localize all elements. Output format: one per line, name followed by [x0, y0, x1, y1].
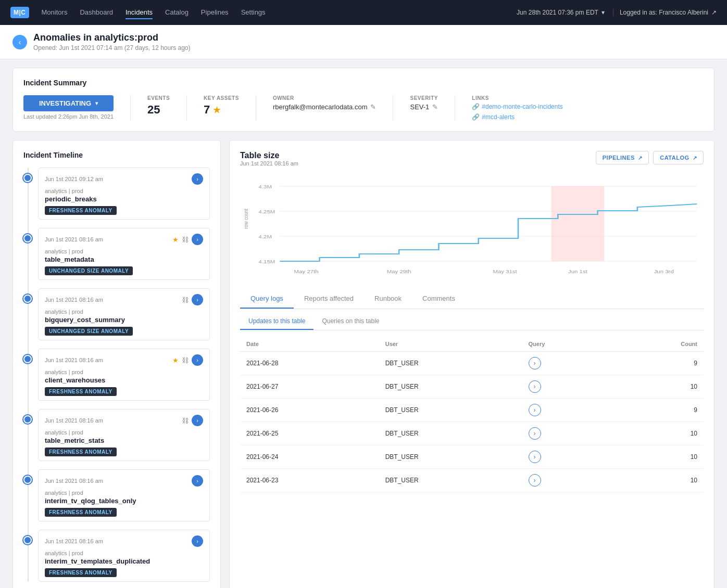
link-item-1[interactable]: 🔗 #mcd-alerts	[472, 113, 562, 121]
catalog-button[interactable]: CATALOG ↗	[653, 151, 704, 164]
severity-value: SEV-1 ✎	[410, 103, 438, 111]
anomaly-badge: FRESHNESS ANOMALY	[45, 508, 117, 517]
link-item-0[interactable]: 🔗 #demo-monte-carlo-incidents	[472, 103, 562, 110]
summary-row: INVESTIGATING ▾ Last updated 2:26pm Jun …	[23, 95, 704, 121]
timeline-time: Jun 1st 2021 08:16 am	[45, 478, 103, 484]
cell-user: DBT_USER	[379, 422, 522, 445]
star-icon: ★	[213, 105, 220, 115]
cell-date: 2021-06-23	[240, 469, 379, 492]
back-button[interactable]: ‹	[12, 35, 27, 49]
timeline-card: Incident Timeline Jun 1st 2021 09:12 am …	[12, 140, 221, 588]
timeline-table: periodic_breaks	[45, 195, 203, 203]
timeline-dot	[23, 476, 32, 484]
timeline-item-content: Jun 1st 2021 08:16 am ⛓ › analytics | pr…	[38, 409, 210, 461]
cell-user: DBT_USER	[379, 445, 522, 469]
timeline-dot	[23, 295, 32, 303]
cell-date: 2021-06-27	[240, 375, 379, 399]
timeline-table: table_metric_stats	[45, 437, 203, 444]
page-header: ‹ Anomalies in analytics:prod Opened: Ju…	[0, 25, 727, 59]
subtab-updates[interactable]: Updates to this table	[240, 313, 314, 330]
anomaly-badge: UNCHANGED SIZE ANOMALY	[45, 327, 133, 336]
svg-text:May 27th: May 27th	[294, 269, 319, 274]
right-panel: Table size Jun 1st 2021 08:16 am PIPELIN…	[229, 140, 715, 588]
table-row: 2021-06-28 DBT_USER › 9	[240, 352, 704, 375]
table-row: 2021-06-25 DBT_USER › 10	[240, 422, 704, 445]
nav-incidents[interactable]: Incidents	[126, 6, 153, 19]
panel-header: Table size Jun 1st 2021 08:16 am PIPELIN…	[240, 151, 704, 175]
user-info: Logged in as: Francisco Alberini ↗	[620, 9, 717, 16]
svg-text:4.3M: 4.3M	[259, 184, 272, 189]
expand-button[interactable]: ›	[192, 475, 203, 487]
nav-pipelines[interactable]: Pipelines	[201, 6, 229, 19]
status-button[interactable]: INVESTIGATING ▾	[23, 95, 114, 111]
expand-button[interactable]: ›	[192, 294, 203, 305]
links-area: 🔗 #demo-monte-carlo-incidents 🔗 #mcd-ale…	[472, 103, 562, 121]
pipelines-button[interactable]: PIPELINES ↗	[596, 151, 649, 164]
tab-runbook[interactable]: Runbook	[364, 289, 412, 309]
expand-button[interactable]: ›	[192, 415, 203, 426]
nav-catalog[interactable]: Catalog	[165, 6, 189, 19]
list-item: Jun 1st 2021 08:16 am ⛓ › analytics | pr…	[23, 409, 210, 461]
cell-user: DBT_USER	[379, 375, 522, 399]
svg-text:4.2M: 4.2M	[259, 234, 272, 239]
query-log-table: Date User Query Count 2021-06-28 DBT_USE…	[240, 337, 704, 492]
list-item: Jun 1st 2021 08:16 am ⛓ › analytics | pr…	[23, 288, 210, 340]
two-col-layout: Incident Timeline Jun 1st 2021 09:12 am …	[12, 140, 715, 588]
timeline-db: analytics | prod	[45, 429, 203, 436]
svg-text:Jun 3rd: Jun 3rd	[654, 269, 674, 274]
tab-comments[interactable]: Comments	[412, 289, 466, 309]
svg-text:4.15M: 4.15M	[259, 259, 275, 264]
table-row: 2021-06-26 DBT_USER › 9	[240, 399, 704, 422]
svg-text:May 31st: May 31st	[493, 269, 517, 274]
timeline-item-content: Jun 1st 2021 08:16 am › analytics | prod…	[38, 469, 210, 521]
nav-settings[interactable]: Settings	[241, 6, 266, 19]
query-expand-icon[interactable]: ›	[529, 474, 541, 487]
nav-monitors[interactable]: Monitors	[42, 6, 68, 19]
col-date: Date	[240, 337, 379, 352]
tab-reports-affected[interactable]: Reports affected	[294, 289, 364, 309]
cell-query: ›	[522, 352, 613, 375]
anomaly-badge: FRESHNESS ANOMALY	[45, 206, 117, 215]
subtab-queries[interactable]: Queries on this table	[314, 313, 387, 330]
divider	[393, 95, 393, 121]
query-expand-icon[interactable]: ›	[529, 427, 541, 440]
timeline-dot	[23, 234, 32, 242]
chain-icon: ⛓	[182, 417, 189, 425]
query-expand-icon[interactable]: ›	[529, 357, 541, 369]
cell-count: 10	[613, 375, 704, 399]
page-subtitle: Opened: Jun 1st 2021 07:14 am (27 days, …	[33, 44, 191, 52]
expand-button[interactable]: ›	[192, 173, 203, 185]
col-query: Query	[522, 337, 613, 352]
cell-user: DBT_USER	[379, 469, 522, 492]
nav-dashboard[interactable]: Dashboard	[80, 6, 113, 19]
query-expand-icon[interactable]: ›	[529, 404, 541, 416]
edit-icon[interactable]: ✎	[432, 103, 438, 111]
timeline-db: analytics | prod	[45, 550, 203, 556]
datetime-display[interactable]: Jun 28th 2021 07:36 pm EDT ▾	[517, 9, 613, 16]
tab-query-logs[interactable]: Query logs	[240, 289, 294, 309]
expand-button[interactable]: ›	[192, 535, 203, 547]
logout-icon[interactable]: ↗	[711, 9, 717, 16]
incident-summary-title: Incident Summary	[23, 79, 704, 87]
cell-date: 2021-06-28	[240, 352, 379, 375]
panel-actions: PIPELINES ↗ CATALOG ↗	[596, 151, 704, 164]
edit-icon[interactable]: ✎	[370, 103, 376, 111]
expand-button[interactable]: ›	[192, 234, 203, 245]
logo: M|C	[10, 7, 29, 18]
external-link-icon: ↗	[693, 155, 697, 161]
col-user: User	[379, 337, 522, 352]
cell-query: ›	[522, 469, 613, 492]
timeline-dot	[23, 536, 32, 544]
expand-button[interactable]: ›	[192, 354, 203, 366]
severity-label: SEVERITY	[410, 95, 438, 101]
svg-rect-9	[551, 186, 605, 261]
svg-text:May 29th: May 29th	[387, 269, 411, 274]
query-expand-icon[interactable]: ›	[529, 380, 541, 393]
chevron-down-icon: ▾	[601, 9, 605, 16]
hash-icon: 🔗	[472, 103, 480, 110]
cell-query: ›	[522, 422, 613, 445]
status-area: INVESTIGATING ▾ Last updated 2:26pm Jun …	[23, 95, 114, 120]
query-expand-icon[interactable]: ›	[529, 451, 541, 463]
tabs: Query logs Reports affected Runbook Comm…	[240, 289, 704, 309]
panel-subtitle: Jun 1st 2021 08:16 am	[240, 160, 298, 167]
